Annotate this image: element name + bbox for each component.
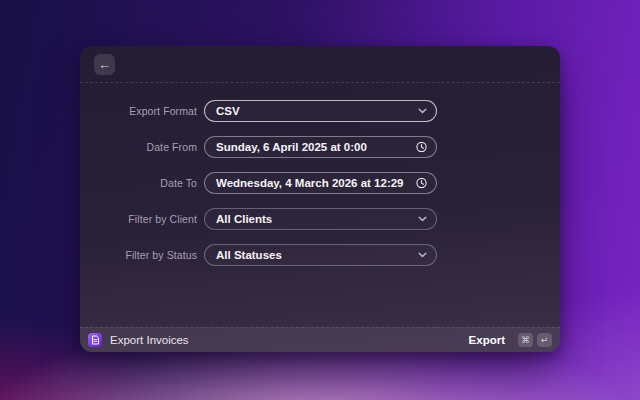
filter-client-select[interactable]: All Clients — [204, 208, 437, 230]
export-format-label: Export Format — [80, 105, 197, 117]
date-to-field[interactable]: Wednesday, 4 March 2026 at 12:29 — [204, 172, 437, 194]
date-from-label: Date From — [80, 141, 197, 153]
chevron-down-icon — [418, 252, 427, 258]
date-from-value: Sunday, 6 April 2025 at 0:00 — [205, 141, 367, 153]
date-to-value: Wednesday, 4 March 2026 at 12:29 — [205, 177, 404, 189]
dialog-footer: Export Invoices Export ⌘ ↵ — [80, 327, 560, 352]
back-button[interactable]: ← — [94, 54, 115, 75]
chevron-down-icon — [418, 108, 427, 114]
form-row-filter-client: Filter by Client All Clients — [80, 208, 560, 230]
footer-title: Export Invoices — [110, 334, 189, 346]
filter-status-value: All Statuses — [205, 249, 282, 261]
command-key-icon[interactable]: ⌘ — [518, 333, 533, 347]
clock-icon — [416, 178, 427, 189]
date-to-label: Date To — [80, 177, 197, 189]
export-form: Export Format CSV Date From Sunday, 6 Ap… — [80, 83, 560, 266]
invoice-app-icon — [88, 333, 102, 347]
export-invoices-dialog: ← Export Format CSV Date From Sunday, 6 … — [80, 46, 560, 352]
form-row-date-from: Date From Sunday, 6 April 2025 at 0:00 — [80, 136, 560, 158]
export-button[interactable]: Export — [469, 334, 505, 346]
date-from-field[interactable]: Sunday, 6 April 2025 at 0:00 — [204, 136, 437, 158]
filter-client-value: All Clients — [205, 213, 272, 225]
form-row-filter-status: Filter by Status All Statuses — [80, 244, 560, 266]
filter-client-label: Filter by Client — [80, 213, 197, 225]
return-key-icon[interactable]: ↵ — [537, 333, 552, 347]
filter-status-label: Filter by Status — [80, 249, 197, 261]
form-row-export-format: Export Format CSV — [80, 100, 560, 122]
export-format-select[interactable]: CSV — [204, 100, 437, 122]
back-arrow-icon: ← — [98, 58, 111, 71]
filter-status-select[interactable]: All Statuses — [204, 244, 437, 266]
form-row-date-to: Date To Wednesday, 4 March 2026 at 12:29 — [80, 172, 560, 194]
export-format-value: CSV — [205, 105, 240, 117]
clock-icon — [416, 142, 427, 153]
desktop-background: ← Export Format CSV Date From Sunday, 6 … — [0, 0, 640, 400]
dialog-header: ← — [80, 46, 560, 83]
chevron-down-icon — [418, 216, 427, 222]
